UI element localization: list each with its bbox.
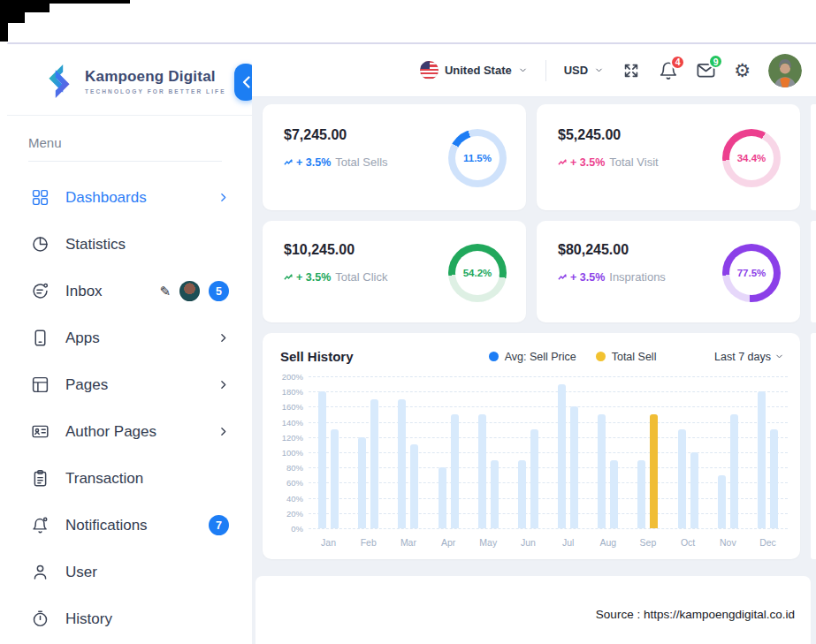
card-amount: $7,245.00 xyxy=(284,127,388,143)
bar-group-jun xyxy=(508,376,548,528)
bar-mar-s1 xyxy=(410,444,418,528)
range-select[interactable]: Last 7 days xyxy=(714,351,784,363)
card-label: Total Sells xyxy=(335,155,387,169)
legend-label: Avg: Sell Price xyxy=(505,351,576,363)
menu-divider xyxy=(28,161,222,162)
sidebar-item-transaction[interactable]: Transaction xyxy=(7,455,252,502)
y-tick-label: 20% xyxy=(286,508,303,518)
bar-group-jul xyxy=(548,376,588,528)
sidebar-item-notifications[interactable]: Notifications 7 xyxy=(7,502,252,549)
messages-button[interactable]: 9 xyxy=(696,60,716,80)
x-tick-label: Feb xyxy=(348,537,388,548)
stat-card-total-click: $10,245.00 + 3.5% Total Click 54.2% xyxy=(263,221,526,322)
stat-card-total-visit: $5,245.00 + 3.5% Total Visit 34.4% xyxy=(537,104,800,210)
bar-aug-s0 xyxy=(598,414,606,528)
x-tick-label: Oct xyxy=(668,537,708,548)
bar-group-jan xyxy=(309,376,348,528)
sidebar: Kampoeng Digital TECHNOLOGY FOR BETTER L… xyxy=(7,44,252,644)
donut-gauge: 34.4% xyxy=(722,129,781,187)
main-area: United State USD 4 9 ⚙ xyxy=(252,44,816,644)
bar-group-feb xyxy=(348,376,388,528)
brand-logo: Kampoeng Digital TECHNOLOGY FOR BETTER L… xyxy=(7,44,252,116)
user-avatar[interactable] xyxy=(768,54,802,87)
pie-chart-icon xyxy=(30,234,50,254)
legend-dot-yellow xyxy=(596,352,606,361)
sidebar-item-dashboards[interactable]: Dashboards xyxy=(7,174,252,221)
legend-avg-sell-price[interactable]: Avg: Sell Price xyxy=(489,351,576,363)
bar-jan-s0 xyxy=(318,391,326,528)
sidebar-item-apps[interactable]: Apps xyxy=(7,314,252,361)
bar-group-may xyxy=(469,376,508,528)
sidebar-item-pages[interactable]: Pages xyxy=(7,361,252,408)
bar-group-apr xyxy=(429,376,469,528)
sidebar-item-statistics[interactable]: Statistics xyxy=(7,221,252,268)
menu-section-label: Menu xyxy=(7,116,252,161)
donut-gauge: 11.5% xyxy=(448,129,507,187)
chart-x-axis: JanFebMarAprMayJunJulAugSepOctNovDec xyxy=(309,537,788,548)
country-select[interactable]: United State xyxy=(420,61,528,80)
legend-total-sell[interactable]: Total Sell xyxy=(596,351,657,363)
fullscreen-button[interactable] xyxy=(622,61,641,80)
id-card-icon xyxy=(30,421,50,442)
topbar: United State USD 4 9 ⚙ xyxy=(252,44,816,97)
card-label: Total Click xyxy=(335,270,387,284)
bar-group-mar xyxy=(388,376,428,528)
donut-gauge: 77.5% xyxy=(722,244,781,302)
x-tick-label: Aug xyxy=(588,537,628,548)
sidebar-item-label: Apps xyxy=(65,330,100,347)
notifications-badge: 4 xyxy=(670,55,685,70)
chart-bars xyxy=(309,376,788,528)
card-amount: $80,245.00 xyxy=(558,242,666,258)
card-delta: + 3.5% xyxy=(570,271,605,284)
chart-y-axis: 200%180%160%140%120%100%80%60%40%20%0% xyxy=(275,376,309,528)
bar-oct-s1 xyxy=(690,452,698,528)
sidebar-item-label: Inbox xyxy=(65,283,103,300)
card-delta: + 3.5% xyxy=(296,156,331,169)
sidebar-item-label: Pages xyxy=(65,376,108,394)
trend-up-icon: + 3.5% xyxy=(284,271,331,284)
cut-card-sliver xyxy=(811,333,816,559)
bar-nov-s0 xyxy=(718,475,726,528)
card-delta: + 3.5% xyxy=(296,271,331,284)
bar-feb-s1 xyxy=(370,399,378,528)
range-label: Last 7 days xyxy=(714,351,771,363)
clock-icon xyxy=(30,609,50,629)
y-tick-label: 140% xyxy=(282,417,303,427)
bar-group-oct xyxy=(668,376,708,528)
bar-dec-s1 xyxy=(770,429,778,528)
chevron-right-icon xyxy=(217,192,229,203)
x-tick-label: Sep xyxy=(628,537,667,548)
bar-group-aug xyxy=(588,376,628,528)
currency-select[interactable]: USD xyxy=(564,64,604,77)
sidebar-item-inbox[interactable]: Inbox ✎ 5 xyxy=(7,268,252,314)
bar-apr-s1 xyxy=(451,414,459,528)
chevron-down-icon xyxy=(518,65,528,75)
x-tick-label: May xyxy=(469,537,508,548)
bar-aug-s1 xyxy=(610,460,618,528)
y-tick-label: 100% xyxy=(282,448,303,458)
x-tick-label: Mar xyxy=(388,537,428,548)
y-tick-label: 200% xyxy=(282,372,303,382)
cut-card-sliver xyxy=(811,104,816,210)
legend-label: Total Sell xyxy=(612,351,657,363)
settings-button[interactable]: ⚙ xyxy=(734,61,751,80)
bar-jun-s0 xyxy=(518,460,526,528)
bar-dec-s0 xyxy=(758,391,766,528)
donut-percent: 77.5% xyxy=(722,244,781,302)
currency-label: USD xyxy=(564,64,588,77)
y-tick-label: 180% xyxy=(282,387,303,397)
user-icon xyxy=(30,562,50,582)
sidebar-item-label: User xyxy=(65,564,97,581)
sidebar-item-author-pages[interactable]: Author Pages xyxy=(7,408,252,455)
y-tick-label: 60% xyxy=(286,478,303,488)
sidebar-item-history[interactable]: History xyxy=(7,595,252,642)
chat-icon xyxy=(30,281,50,301)
sidebar-item-label: Notifications xyxy=(65,517,148,534)
x-tick-label: Jun xyxy=(508,537,548,548)
stat-cards-row-1: $7,245.00 + 3.5% Total Sells 11.5% $5,24… xyxy=(263,104,800,210)
card-amount: $10,245.00 xyxy=(284,242,388,258)
notifications-button[interactable]: 4 xyxy=(659,61,678,80)
sidebar-item-label: Statistics xyxy=(65,236,126,254)
bar-mar-s0 xyxy=(398,399,406,528)
sidebar-item-user[interactable]: User xyxy=(7,549,252,595)
